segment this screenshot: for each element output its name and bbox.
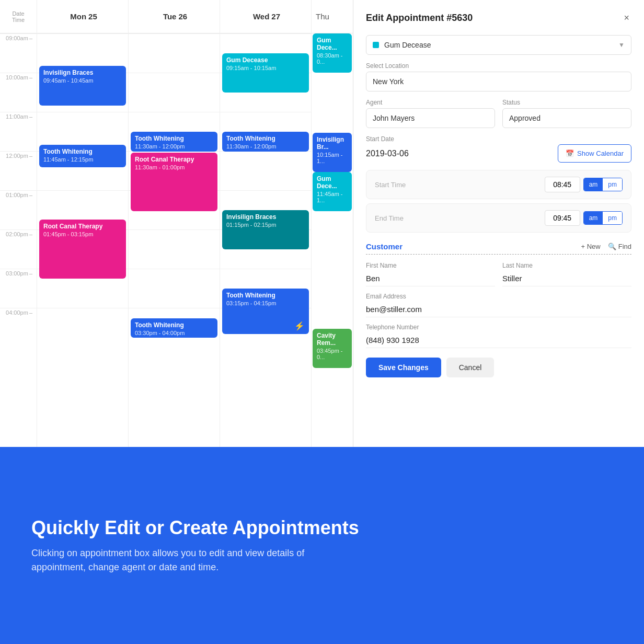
customer-actions: + New 🔍 Find [581,243,631,250]
end-time-pm-button[interactable]: pm [603,212,622,224]
start-time-label: Start Time [375,181,545,189]
end-time-label: End Time [375,214,545,222]
appt-tue-tooth1[interactable]: Tooth Whitening 11:30am - 12:00pm [131,132,217,152]
appointment-type-select[interactable]: Gum Decease ▼ [366,35,631,55]
time-slot-10am: 10:00am [0,73,37,112]
customer-section: Customer + New 🔍 Find First Name Ben Las… [366,242,631,348]
day-body-tue: Tooth Whitening 11:30am - 12:00pm Root C… [129,33,220,447]
customer-divider [366,254,631,255]
start-time-input[interactable] [545,177,580,192]
start-time-row: Start Time am pm [366,170,631,199]
chevron-down-icon: ▼ [618,41,625,49]
phone-group: Telephone Number (848) 930 1928 [366,324,631,348]
time-slot-4pm: 04:00pm [0,308,37,347]
location-label: Select Location [366,62,631,70]
last-name-group: Last Name Stiller [502,262,631,293]
agent-group: Agent John Mayers [366,99,495,128]
appt-thu-gum2[interactable]: Gum Dece... 11:45am - 1... [313,172,352,211]
end-time-input[interactable] [545,210,580,226]
customer-header: Customer + New 🔍 Find [366,242,631,251]
first-name-label: First Name [366,262,495,269]
time-slot-11am: 11:00am [0,112,37,151]
location-group: Select Location New York [366,62,631,91]
email-label: Email Address [366,293,631,300]
status-select[interactable]: Approved [502,108,631,128]
day-body-thu: Gum Dece... 08:30am - 0... Invisilign Br… [312,33,353,447]
day-col-tue: Tue 26 Tooth Whitening 11:30am - 12:00pm… [128,0,220,447]
day-col-mon: Mon 25 Invisilign Braces 09:45am - 10:45… [37,0,128,447]
close-button[interactable]: × [622,10,631,26]
find-customer-button[interactable]: 🔍 Find [608,243,631,250]
location-select[interactable]: New York [366,72,631,91]
start-date-value: 2019-03-06 [366,145,551,163]
phone-value: (848) 930 1928 [366,332,631,348]
time-slot-3pm: 03:00pm [0,269,37,308]
appt-wed-tooth2[interactable]: Tooth Whitening 03:15pm - 04:15pm ⚡ [222,289,309,334]
day-body-mon: Invisilign Braces 09:45am - 10:45am Toot… [37,33,128,447]
promo-section: Quickly Edit or Create Appointments Clic… [0,447,644,644]
email-group: Email Address ben@stiller.com [366,293,631,317]
agent-label: Agent [366,99,495,106]
promo-title: Quickly Edit or Create Appointments [31,517,359,539]
appt-wed-gum[interactable]: Gum Decease 09:15am - 10:15am [222,53,309,93]
first-name-value: Ben [366,271,495,286]
search-icon: 🔍 [608,243,616,250]
panel-header: Edit Appointment #5630 × [366,10,631,26]
start-date-group: Start Date 2019-03-06 [366,135,551,163]
appt-mon-tooth[interactable]: Tooth Whitening 11:45am - 12:15pm [39,145,126,167]
edit-panel: Edit Appointment #5630 × Gum Decease ▼ S… [353,0,644,447]
appt-mon-invisilign[interactable]: Invisilign Braces 09:45am - 10:45am [39,66,126,106]
show-calendar-label: Show Calendar [577,150,624,157]
day-col-wed: Wed 27 Gum Decease 09:15am - 10:15am Too… [220,0,311,447]
start-time-pm-button[interactable]: pm [603,178,622,191]
start-time-am-button[interactable]: am [584,178,603,191]
email-value: ben@stiller.com [366,302,631,317]
name-row: First Name Ben Last Name Stiller [366,262,631,293]
find-customer-label: Find [618,243,631,250]
appt-mon-rootcanal[interactable]: Root Canal Therapy 01:45pm - 03:15pm [39,220,126,279]
time-column: Date Time 09:00am 10:00am 11:00am 12:00p… [0,0,37,447]
appointment-dot [373,42,379,48]
start-date-label: Start Date [366,135,551,143]
start-time-ampm: am pm [583,178,623,191]
action-row: Save Changes Cancel [366,358,631,377]
status-label: Status [502,99,631,106]
agent-select[interactable]: John Mayers [366,108,495,128]
last-name-value: Stiller [502,271,631,286]
appt-thu-invisilign[interactable]: Invisilign Br... 10:15am - 1... [313,133,352,172]
start-date-row: Start Date 2019-03-06 📅 Show Calendar [366,135,631,163]
show-calendar-button[interactable]: 📅 Show Calendar [558,144,631,163]
agent-status-row: Agent John Mayers Status Approved [366,99,631,135]
panel-title: Edit Appointment #5630 [366,13,473,24]
customer-title: Customer [366,242,581,251]
day-header-wed: Wed 27 [220,0,311,33]
time-slot-1pm: 01:00pm [0,190,37,229]
appt-tue-tooth2[interactable]: Tooth Whitening 03:30pm - 04:00pm [131,318,217,338]
date-label: Date [12,10,24,17]
calendar-icon: 📅 [566,150,574,157]
time-label: Time [12,17,25,23]
calendar-section: Date Time 09:00am 10:00am 11:00am 12:00p… [0,0,353,447]
day-body-wed: Gum Decease 09:15am - 10:15am Tooth Whit… [220,33,311,447]
end-time-ampm: am pm [583,211,623,225]
save-button[interactable]: Save Changes [366,358,441,377]
new-customer-button[interactable]: + New [581,243,600,250]
day-header-tue: Tue 26 [129,0,220,33]
time-slot-2pm: 02:00pm [0,229,37,269]
day-col-thu: Thu Gum Dece... 08:30am - 0... Invisilig… [311,0,353,447]
cancel-button[interactable]: Cancel [446,358,494,377]
day-header-mon: Mon 25 [37,0,128,33]
first-name-group: First Name Ben [366,262,495,293]
appt-wed-tooth[interactable]: Tooth Whitening 11:30am - 12:00pm [222,132,309,152]
time-header: Date Time [0,0,37,33]
last-name-label: Last Name [502,262,631,269]
appt-thu-cavity[interactable]: Cavity Rem... 03:45pm - 0... [313,329,352,368]
appointment-type-value: Gum Decease [384,41,618,49]
end-time-am-button[interactable]: am [584,212,603,224]
time-slot-9am: 09:00am [0,33,37,73]
new-customer-label: + New [581,243,600,250]
promo-description: Clicking on appointment box allows you t… [31,546,355,574]
appt-wed-invisilign[interactable]: Invisilign Braces 01:15pm - 02:15pm [222,210,309,249]
appt-thu-gum1[interactable]: Gum Dece... 08:30am - 0... [313,33,352,73]
appt-tue-rootcanal[interactable]: Root Canal Therapy 11:30am - 01:00pm [131,153,217,211]
